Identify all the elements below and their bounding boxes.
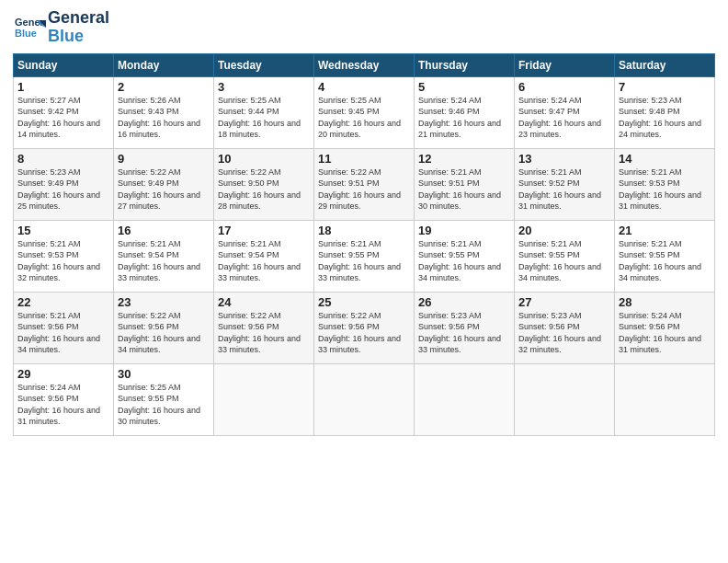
day-cell: 25Sunrise: 5:22 AMSunset: 9:56 PMDayligh…: [314, 292, 415, 363]
day-info: Sunrise: 5:24 AMSunset: 9:46 PMDaylight:…: [418, 95, 510, 141]
day-cell: [314, 363, 415, 435]
day-info: Sunrise: 5:23 AMSunset: 9:56 PMDaylight:…: [518, 310, 610, 356]
day-number: 4: [318, 80, 410, 94]
day-cell: 24Sunrise: 5:22 AMSunset: 9:56 PMDayligh…: [214, 292, 314, 363]
day-number: 20: [518, 224, 610, 237]
day-info: Sunrise: 5:24 AMSunset: 9:56 PMDaylight:…: [17, 382, 109, 428]
day-cell: 29Sunrise: 5:24 AMSunset: 9:56 PMDayligh…: [14, 363, 114, 435]
header-monday: Monday: [114, 53, 214, 76]
day-info: Sunrise: 5:21 AMSunset: 9:54 PMDaylight:…: [218, 238, 310, 284]
day-info: Sunrise: 5:22 AMSunset: 9:49 PMDaylight:…: [118, 167, 210, 213]
day-cell: 12Sunrise: 5:21 AMSunset: 9:51 PMDayligh…: [415, 148, 515, 220]
day-cell: [615, 363, 715, 435]
day-number: 23: [118, 295, 210, 309]
day-info: Sunrise: 5:22 AMSunset: 9:56 PMDaylight:…: [218, 310, 310, 356]
day-number: 12: [418, 152, 510, 166]
day-number: 22: [17, 295, 109, 309]
day-number: 6: [518, 80, 610, 94]
calendar-table: Sunday Monday Tuesday Wednesday Thursday…: [13, 53, 715, 436]
day-cell: 8Sunrise: 5:23 AMSunset: 9:49 PMDaylight…: [14, 148, 114, 220]
week-row-3: 22Sunrise: 5:21 AMSunset: 9:56 PMDayligh…: [14, 292, 715, 363]
day-cell: 5Sunrise: 5:24 AMSunset: 9:46 PMDaylight…: [415, 76, 515, 148]
day-number: 17: [218, 224, 310, 237]
day-number: 25: [318, 295, 410, 309]
calendar-body: 1Sunrise: 5:27 AMSunset: 9:42 PMDaylight…: [14, 76, 715, 435]
header-wednesday: Wednesday: [314, 53, 415, 76]
day-number: 13: [518, 152, 610, 166]
page: General Blue General Blue Sunday Monday …: [0, 0, 728, 563]
day-cell: 7Sunrise: 5:23 AMSunset: 9:48 PMDaylight…: [615, 76, 715, 148]
header-row: Sunday Monday Tuesday Wednesday Thursday…: [14, 53, 715, 76]
day-number: 28: [619, 295, 711, 309]
week-row-2: 15Sunrise: 5:21 AMSunset: 9:53 PMDayligh…: [14, 220, 715, 292]
day-number: 29: [17, 367, 109, 381]
day-number: 8: [17, 152, 109, 166]
week-row-1: 8Sunrise: 5:23 AMSunset: 9:49 PMDaylight…: [14, 148, 715, 220]
header-friday: Friday: [515, 53, 615, 76]
day-number: 30: [118, 367, 210, 381]
logo-icon: General Blue: [13, 11, 46, 44]
day-info: Sunrise: 5:26 AMSunset: 9:43 PMDaylight:…: [118, 95, 210, 141]
day-cell: 21Sunrise: 5:21 AMSunset: 9:55 PMDayligh…: [615, 220, 715, 292]
header-sunday: Sunday: [14, 53, 114, 76]
day-cell: 1Sunrise: 5:27 AMSunset: 9:42 PMDaylight…: [14, 76, 114, 148]
day-number: 26: [418, 295, 510, 309]
day-info: Sunrise: 5:25 AMSunset: 9:55 PMDaylight:…: [118, 382, 210, 428]
day-info: Sunrise: 5:21 AMSunset: 9:51 PMDaylight:…: [418, 167, 510, 213]
day-cell: 6Sunrise: 5:24 AMSunset: 9:47 PMDaylight…: [515, 76, 615, 148]
week-row-4: 29Sunrise: 5:24 AMSunset: 9:56 PMDayligh…: [14, 363, 715, 435]
svg-text:Blue: Blue: [15, 28, 37, 39]
day-number: 3: [218, 80, 310, 94]
day-number: 18: [318, 224, 410, 237]
day-info: Sunrise: 5:25 AMSunset: 9:44 PMDaylight:…: [218, 95, 310, 141]
day-cell: 28Sunrise: 5:24 AMSunset: 9:56 PMDayligh…: [615, 292, 715, 363]
day-cell: 22Sunrise: 5:21 AMSunset: 9:56 PMDayligh…: [14, 292, 114, 363]
day-number: 15: [17, 224, 109, 237]
day-cell: 15Sunrise: 5:21 AMSunset: 9:53 PMDayligh…: [14, 220, 114, 292]
day-cell: 20Sunrise: 5:21 AMSunset: 9:55 PMDayligh…: [515, 220, 615, 292]
day-info: Sunrise: 5:22 AMSunset: 9:51 PMDaylight:…: [318, 167, 410, 213]
day-info: Sunrise: 5:21 AMSunset: 9:55 PMDaylight:…: [518, 238, 610, 284]
day-info: Sunrise: 5:21 AMSunset: 9:52 PMDaylight:…: [518, 167, 610, 213]
day-info: Sunrise: 5:21 AMSunset: 9:53 PMDaylight:…: [619, 167, 711, 213]
day-cell: 2Sunrise: 5:26 AMSunset: 9:43 PMDaylight…: [114, 76, 214, 148]
day-number: 1: [17, 80, 109, 94]
header-saturday: Saturday: [615, 53, 715, 76]
day-number: 16: [118, 224, 210, 237]
day-cell: 19Sunrise: 5:21 AMSunset: 9:55 PMDayligh…: [415, 220, 515, 292]
logo-text: General Blue: [48, 9, 109, 46]
day-info: Sunrise: 5:21 AMSunset: 9:53 PMDaylight:…: [17, 238, 109, 284]
day-cell: [214, 363, 314, 435]
day-info: Sunrise: 5:27 AMSunset: 9:42 PMDaylight:…: [17, 95, 109, 141]
day-number: 14: [619, 152, 711, 166]
day-info: Sunrise: 5:24 AMSunset: 9:56 PMDaylight:…: [619, 310, 711, 356]
day-cell: 10Sunrise: 5:22 AMSunset: 9:50 PMDayligh…: [214, 148, 314, 220]
day-cell: 23Sunrise: 5:22 AMSunset: 9:56 PMDayligh…: [114, 292, 214, 363]
day-cell: 30Sunrise: 5:25 AMSunset: 9:55 PMDayligh…: [114, 363, 214, 435]
day-cell: 4Sunrise: 5:25 AMSunset: 9:45 PMDaylight…: [314, 76, 415, 148]
day-cell: [415, 363, 515, 435]
day-number: 11: [318, 152, 410, 166]
day-cell: 11Sunrise: 5:22 AMSunset: 9:51 PMDayligh…: [314, 148, 415, 220]
day-info: Sunrise: 5:22 AMSunset: 9:50 PMDaylight:…: [218, 167, 310, 213]
logo: General Blue General Blue: [13, 9, 109, 46]
day-number: 19: [418, 224, 510, 237]
week-row-0: 1Sunrise: 5:27 AMSunset: 9:42 PMDaylight…: [14, 76, 715, 148]
day-info: Sunrise: 5:25 AMSunset: 9:45 PMDaylight:…: [318, 95, 410, 141]
day-info: Sunrise: 5:21 AMSunset: 9:55 PMDaylight:…: [418, 238, 510, 284]
day-cell: 14Sunrise: 5:21 AMSunset: 9:53 PMDayligh…: [615, 148, 715, 220]
day-info: Sunrise: 5:22 AMSunset: 9:56 PMDaylight:…: [318, 310, 410, 356]
day-info: Sunrise: 5:21 AMSunset: 9:54 PMDaylight:…: [118, 238, 210, 284]
day-info: Sunrise: 5:21 AMSunset: 9:55 PMDaylight:…: [318, 238, 410, 284]
day-info: Sunrise: 5:23 AMSunset: 9:56 PMDaylight:…: [418, 310, 510, 356]
header: General Blue General Blue: [13, 9, 715, 46]
day-info: Sunrise: 5:24 AMSunset: 9:47 PMDaylight:…: [518, 95, 610, 141]
day-number: 10: [218, 152, 310, 166]
day-number: 21: [619, 224, 711, 237]
day-cell: 17Sunrise: 5:21 AMSunset: 9:54 PMDayligh…: [214, 220, 314, 292]
header-tuesday: Tuesday: [214, 53, 314, 76]
day-info: Sunrise: 5:22 AMSunset: 9:56 PMDaylight:…: [118, 310, 210, 356]
day-info: Sunrise: 5:23 AMSunset: 9:48 PMDaylight:…: [619, 95, 711, 141]
day-cell: [515, 363, 615, 435]
day-cell: 3Sunrise: 5:25 AMSunset: 9:44 PMDaylight…: [214, 76, 314, 148]
